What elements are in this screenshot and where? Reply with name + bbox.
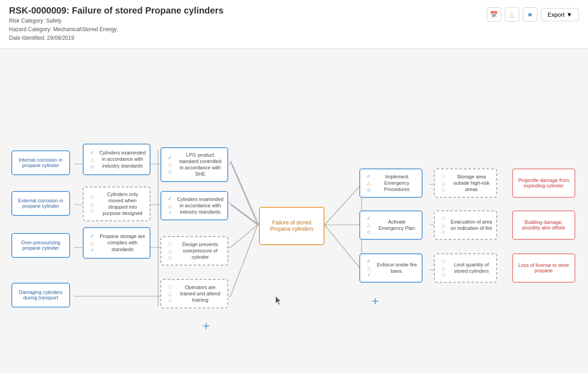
cause-3-label: Over-pressurizing propane cylinder bbox=[16, 240, 66, 251]
prev-control-1-label: Cylinders examinded in accordance with i… bbox=[99, 149, 146, 169]
shield-icon-mc1: ◇ bbox=[367, 187, 371, 193]
central-node[interactable]: Failure of stored Propane cylinders bbox=[259, 207, 325, 245]
prev-control-4[interactable]: □ △ ◇ Design prevents overpressure of cy… bbox=[160, 236, 228, 266]
check-icon-mc3: ✓ bbox=[367, 215, 371, 221]
warn-icon-mc5: △ bbox=[367, 265, 371, 271]
shield-icon-mc5: ✓ bbox=[367, 272, 371, 278]
risk-category: Risk Category: Safety bbox=[9, 17, 224, 25]
svg-line-14 bbox=[230, 204, 259, 225]
add-mitigating-control-button[interactable]: + bbox=[372, 294, 379, 308]
svg-line-9 bbox=[230, 162, 258, 225]
cause-node-1[interactable]: Internal corrosion in propane cylinder bbox=[11, 150, 70, 175]
date-identified: Date Identified: 29/08/2019 bbox=[9, 34, 224, 42]
cause-node-2[interactable]: External corrosion in propane cylinder bbox=[11, 191, 70, 216]
warn-icon-pc4: △ bbox=[168, 248, 172, 254]
svg-line-12 bbox=[230, 225, 258, 296]
shield-icon-mc3: ◇ bbox=[367, 229, 371, 235]
shield-icon-pc3: ✓ bbox=[90, 247, 94, 253]
add-preventive-control-button[interactable]: + bbox=[202, 319, 210, 333]
check-icon-mc4: □ bbox=[442, 215, 445, 221]
mitig-control-3[interactable]: ✓ △ ◇ Activate Emergency Plan bbox=[359, 210, 423, 240]
svg-line-15 bbox=[325, 184, 362, 225]
mitig-control-5[interactable]: ✓ △ ✓ Enforce onsite fire bans. bbox=[359, 253, 423, 283]
shield-icon-btn[interactable]: ■ bbox=[523, 7, 537, 22]
check-icon-mc2: □ bbox=[442, 173, 445, 179]
mitig-control-6[interactable]: □ △ ◇ Limit quantity of stored cylinders bbox=[434, 253, 497, 283]
warn-icon-pc5: △ bbox=[168, 291, 172, 297]
shield-icon-mc4: ◇ bbox=[442, 229, 445, 235]
warn-icon-pr1: △ bbox=[168, 162, 172, 168]
mitig-control-1[interactable]: ✓ △ ◇ Implement Emergency Procedures bbox=[359, 168, 423, 198]
shield-icon-pc5: ◇ bbox=[168, 298, 172, 303]
prev-control-r1[interactable]: ✓ △ ◇ LPG product standard controlled in… bbox=[160, 147, 228, 182]
check-icon-mc5: ✓ bbox=[367, 258, 371, 264]
consequence-3[interactable]: Loss of license to store propane bbox=[512, 253, 575, 283]
warn-icon-mc3: △ bbox=[367, 222, 371, 228]
warn-icon-pr2: △ bbox=[168, 203, 172, 209]
shield-icon-pc4: ◇ bbox=[168, 255, 172, 261]
shield-icon-pr1: ◇ bbox=[168, 168, 172, 174]
shield-icon-pr2: ✓ bbox=[168, 210, 172, 215]
prev-control-1[interactable]: ✓ △ ◇ Cylinders examinded in accordance … bbox=[83, 144, 151, 175]
page-title: RSK-0000009: Failure of stored Propane c… bbox=[9, 5, 224, 16]
prev-control-r2-label: Cylinders examinded in accordance with i… bbox=[177, 196, 224, 215]
consequence-2[interactable]: Building damage, possibly also offsite bbox=[512, 210, 575, 240]
prev-control-2[interactable]: □ △ ◇ Cylinders only moved when strapped… bbox=[83, 186, 151, 221]
warn-icon-mc1: △ bbox=[367, 180, 371, 186]
warn-icon-pc3: △ bbox=[90, 240, 94, 246]
diagram-canvas: Internal corrosion in propane cylinder E… bbox=[0, 49, 588, 373]
svg-line-11 bbox=[230, 225, 258, 247]
prev-control-5-label: Operators are trained and attend trainin… bbox=[177, 284, 224, 303]
prev-control-5[interactable]: □ △ ◇ Operators are trained and attend t… bbox=[160, 279, 228, 308]
header: RSK-0000009: Failure of stored Propane c… bbox=[0, 0, 588, 49]
svg-line-10 bbox=[230, 205, 258, 225]
check-icon-pc2: □ bbox=[90, 194, 94, 200]
mitig-control-3-label: Activate Emergency Plan bbox=[376, 219, 418, 232]
warn-icon-mc6: △ bbox=[442, 265, 445, 271]
check-icon-pr2: ✓ bbox=[168, 196, 172, 202]
check-icon-mc6: □ bbox=[442, 258, 445, 264]
check-icon-pr1: ✓ bbox=[168, 154, 172, 161]
warn-icon-pc1: △ bbox=[90, 157, 94, 163]
cause-2-label: External corrosion in propane cylinder bbox=[16, 198, 66, 209]
central-label: Failure of stored Propane cylinders bbox=[263, 219, 320, 232]
calendar-icon-btn[interactable]: 📅 bbox=[487, 7, 501, 22]
check-icon-mc1: ✓ bbox=[367, 173, 371, 179]
mitig-control-4-label: Evacuation of area on indication of fire bbox=[450, 219, 493, 232]
prev-control-4-label: Design prevents overpressure of cylinder bbox=[177, 241, 224, 261]
hazard-category: Hazard Category: Mechanical\Stored Energ… bbox=[9, 25, 224, 34]
shield-icon-mc2: ◇ bbox=[442, 187, 445, 193]
mitig-control-4[interactable]: □ △ ◇ Evacuation of area on indication o… bbox=[434, 210, 497, 240]
header-left: RSK-0000009: Failure of stored Propane c… bbox=[9, 5, 224, 43]
header-right: 📅 △ ■ Export ▼ bbox=[487, 7, 579, 22]
export-button[interactable]: Export ▼ bbox=[541, 8, 579, 21]
shield-icon-mc6: ◇ bbox=[442, 272, 445, 278]
prev-control-r1-label: LPG product standard controlled in accor… bbox=[177, 152, 224, 177]
svg-line-17 bbox=[325, 225, 362, 270]
shield-icon-pc2: ◇ bbox=[90, 208, 94, 214]
shield-icon-pc1: ◇ bbox=[90, 163, 94, 169]
chevron-down-icon: ▼ bbox=[566, 11, 572, 18]
export-label: Export bbox=[548, 11, 565, 18]
warn-icon-mc2: △ bbox=[442, 180, 445, 186]
prev-control-r2[interactable]: ✓ △ ✓ Cylinders examinded in accordance … bbox=[160, 191, 228, 220]
prev-control-2-label: Cylinders only moved when strapped into … bbox=[99, 191, 146, 217]
cause-node-3[interactable]: Over-pressurizing propane cylinder bbox=[11, 233, 70, 258]
consequence-3-label: Loss of license to store propane bbox=[517, 262, 571, 273]
consequence-1[interactable]: Projectile damage from exploding cylinde… bbox=[512, 168, 575, 198]
mitig-control-2[interactable]: □ △ ◇ Storage area outside high-risk are… bbox=[434, 168, 497, 198]
warning-triangle-icon: △ bbox=[509, 11, 514, 18]
mitig-control-6-label: Limit quantity of stored cylinders bbox=[450, 261, 493, 275]
warn-icon-pc2: △ bbox=[90, 201, 94, 207]
warning-icon-btn[interactable]: △ bbox=[505, 7, 519, 22]
consequence-1-label: Projectile damage from exploding cylinde… bbox=[517, 177, 571, 188]
header-meta: Risk Category: Safety Hazard Category: M… bbox=[9, 17, 224, 43]
prev-control-3[interactable]: ✓ △ ✓ Propane storage are complies with … bbox=[83, 227, 151, 259]
check-icon-pc5: □ bbox=[168, 284, 171, 290]
mitig-control-2-label: Storage area outside high-risk areas bbox=[450, 173, 493, 193]
prev-control-3-label: Propane storage are complies with standa… bbox=[99, 233, 146, 252]
cause-4-label: Damaging cylinders during transport bbox=[16, 289, 66, 300]
consequence-2-label: Building damage, possibly also offsite bbox=[517, 219, 571, 230]
cause-node-4[interactable]: Damaging cylinders during transport bbox=[11, 283, 70, 308]
mitig-control-5-label: Enforce onsite fire bans. bbox=[376, 261, 418, 275]
